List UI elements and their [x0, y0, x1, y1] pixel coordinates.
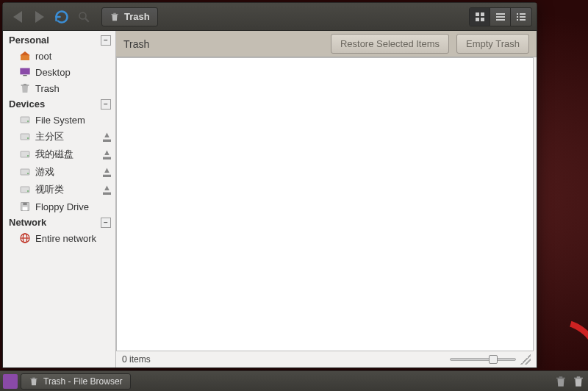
breadcrumb: Trash — [123, 38, 149, 50]
taskbar-entry-label: Trash - File Browser — [43, 376, 123, 387]
toolbar: Trash — [3, 3, 537, 31]
sidebar-section-title: Personal — [9, 35, 49, 46]
drive-icon — [19, 131, 31, 143]
sidebar-item-label: File System — [35, 115, 85, 126]
collapse-button[interactable]: − — [101, 35, 111, 46]
eject-button[interactable]: ▲▬ — [103, 185, 111, 194]
icon-view-button[interactable] — [470, 8, 490, 26]
sidebar-item-label: root — [35, 51, 51, 62]
sidebar-section-header: Devices− — [3, 96, 115, 112]
sidebar-item[interactable]: Desktop — [3, 64, 115, 80]
restore-selected-button[interactable]: Restore Selected Items — [331, 34, 449, 54]
svg-rect-7 — [496, 16, 505, 18]
svg-rect-16 — [20, 68, 29, 75]
zoom-slider[interactable] — [450, 358, 516, 361]
svg-point-23 — [27, 155, 29, 157]
main-pane: Trash Restore Selected Items Empty Trash… — [116, 31, 537, 367]
sidebar-item-label: 游戏 — [35, 165, 54, 179]
resize-grip[interactable] — [520, 354, 531, 365]
sidebar-item[interactable]: 视听类▲▬ — [3, 181, 115, 198]
window-body: Personal−rootDesktopTrashDevices−File Sy… — [3, 31, 537, 367]
tray-trash-icon-2[interactable] — [572, 375, 585, 388]
floppy-icon — [19, 201, 31, 212]
collapse-button[interactable]: − — [101, 99, 111, 110]
home-icon — [19, 50, 31, 62]
svg-rect-14 — [520, 19, 526, 21]
svg-rect-3 — [481, 12, 484, 16]
svg-point-21 — [27, 137, 29, 139]
sidebar-section-header: Network− — [3, 215, 115, 230]
sidebar-item[interactable]: 主分区▲▬ — [3, 128, 115, 146]
sidebar-section-title: Network — [9, 217, 46, 228]
status-bar: 0 items — [116, 351, 537, 367]
reload-icon — [54, 10, 69, 24]
svg-rect-10 — [520, 13, 526, 15]
sidebar-item[interactable]: Trash — [3, 80, 115, 96]
sidebar-section-header: Personal− — [3, 32, 115, 48]
svg-rect-29 — [23, 203, 26, 205]
sidebar-item[interactable]: Floppy Drive — [3, 198, 115, 215]
eject-button[interactable]: ▲▬ — [103, 132, 111, 141]
location-bar[interactable]: Trash — [101, 7, 158, 26]
drive-icon — [19, 184, 31, 196]
svg-rect-11 — [517, 16, 518, 18]
zoom-control — [450, 358, 516, 361]
grid-icon — [475, 12, 485, 22]
sidebar-item[interactable]: File System — [3, 112, 115, 128]
taskbar: Trash - File Browser — [0, 370, 588, 391]
compact-view-button[interactable] — [511, 8, 531, 26]
sidebar-section-title: Devices — [9, 98, 45, 110]
svg-rect-4 — [476, 18, 479, 21]
sidebar-item-label: Desktop — [35, 67, 71, 78]
sidebar-item-label: 我的磁盘 — [35, 148, 74, 161]
svg-rect-13 — [517, 19, 518, 21]
forward-arrow-icon — [35, 11, 44, 23]
svg-rect-5 — [481, 18, 484, 21]
eject-button[interactable]: ▲▬ — [103, 168, 111, 176]
content-area[interactable] — [116, 57, 534, 351]
eject-button[interactable]: ▲▬ — [103, 150, 111, 159]
svg-line-1 — [85, 18, 89, 22]
svg-point-25 — [27, 173, 29, 174]
view-switcher — [469, 7, 532, 26]
search-icon — [77, 10, 90, 24]
tray-trash-icon[interactable] — [554, 375, 567, 388]
list-icon — [495, 12, 506, 22]
sidebar-item-label: 视听类 — [35, 183, 64, 196]
empty-trash-button[interactable]: Empty Trash — [456, 34, 529, 54]
sidebar: Personal−rootDesktopTrashDevices−File Sy… — [3, 31, 116, 367]
sidebar-item[interactable]: 我的磁盘▲▬ — [3, 146, 115, 163]
content-header: Trash Restore Selected Items Empty Trash — [116, 31, 537, 57]
trash-icon — [29, 376, 39, 387]
network-icon — [19, 232, 31, 244]
svg-rect-9 — [517, 13, 518, 15]
back-button[interactable] — [7, 7, 28, 27]
reload-button[interactable] — [51, 7, 72, 27]
compact-list-icon — [516, 12, 526, 22]
forward-button[interactable] — [29, 7, 50, 27]
svg-rect-30 — [23, 207, 28, 211]
sidebar-item-label: 主分区 — [35, 130, 64, 143]
sidebar-item[interactable]: 游戏▲▬ — [3, 163, 115, 181]
list-view-button[interactable] — [490, 8, 511, 26]
svg-rect-17 — [23, 75, 26, 76]
drive-icon — [19, 114, 31, 126]
svg-point-19 — [27, 121, 29, 122]
sidebar-item-label: Trash — [35, 83, 60, 94]
collapse-button[interactable]: − — [101, 218, 111, 228]
location-text: Trash — [124, 11, 150, 22]
desktop-icon — [19, 66, 31, 78]
zoom-handle[interactable] — [489, 355, 498, 364]
svg-rect-6 — [496, 13, 505, 15]
back-arrow-icon — [13, 11, 22, 23]
sidebar-item-label: Entire network — [35, 233, 96, 244]
sidebar-item[interactable]: root — [3, 48, 115, 64]
show-desktop-button[interactable] — [3, 374, 18, 389]
drive-icon — [19, 148, 31, 160]
sidebar-item[interactable]: Entire network — [3, 230, 115, 246]
trash-icon — [19, 82, 31, 94]
search-button[interactable] — [74, 7, 94, 27]
svg-rect-15 — [21, 55, 29, 60]
taskbar-entry-file-browser[interactable]: Trash - File Browser — [21, 373, 131, 390]
svg-rect-2 — [476, 12, 479, 16]
